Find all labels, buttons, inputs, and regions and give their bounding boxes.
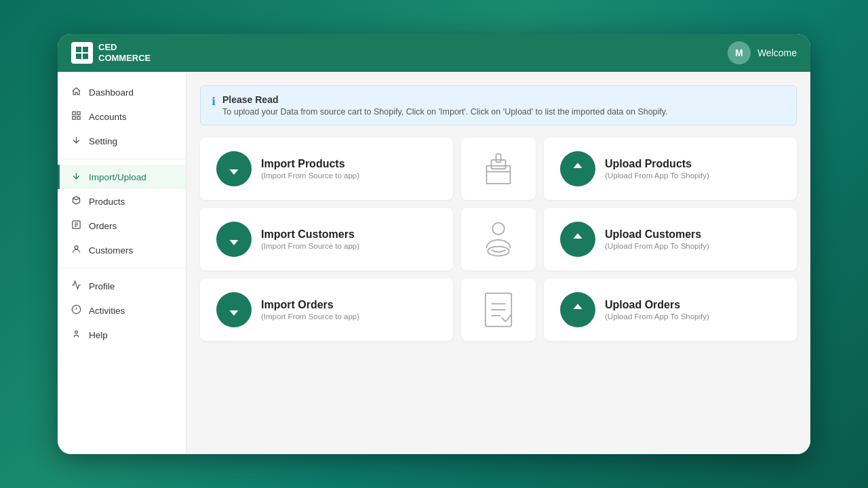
svg-point-16 xyxy=(492,223,505,235)
import-customers-sub: (Import From Source to app) xyxy=(261,242,359,250)
upload-customers-title: Upload Customers xyxy=(605,228,709,241)
import-orders-text: Import Orders (Import From Source to app… xyxy=(261,299,359,321)
svg-rect-6 xyxy=(77,117,79,119)
sidebar-item-activities[interactable]: Activities xyxy=(58,298,186,323)
svg-point-17 xyxy=(488,247,509,256)
profile-label: Profile xyxy=(89,281,115,291)
content-area: ℹ Please Read To upload your Data from s… xyxy=(186,72,810,454)
svg-point-9 xyxy=(75,246,78,249)
orders-illustration xyxy=(461,279,536,341)
header: CED COMMERCE M Welcome xyxy=(58,34,810,72)
sidebar-item-help[interactable]: Help xyxy=(58,323,186,347)
import-orders-btn xyxy=(216,292,252,327)
cards-grid: Import Products (Import From Source to a… xyxy=(200,138,797,341)
svg-point-11 xyxy=(75,331,77,333)
app-window: CED COMMERCE M Welcome Dashboard xyxy=(58,34,810,454)
upload-orders-text: Upload Orders (Upload From App To Shopif… xyxy=(605,299,709,321)
import-customers-text: Import Customers (Import From Source to … xyxy=(261,228,359,250)
import-upload-icon xyxy=(70,171,82,183)
profile-icon xyxy=(70,280,82,292)
products-label: Products xyxy=(89,197,125,207)
info-banner: ℹ Please Read To upload your Data from s… xyxy=(200,85,797,125)
main-layout: Dashboard Accounts Setting xyxy=(58,72,810,454)
customers-label: Customers xyxy=(89,245,133,256)
upload-orders-sub: (Upload From App To Shopify) xyxy=(605,312,709,321)
customers-icon xyxy=(70,244,82,256)
import-products-btn xyxy=(216,151,252,186)
logo-text: CED COMMERCE xyxy=(98,42,151,63)
sidebar: Dashboard Accounts Setting xyxy=(58,72,186,454)
upload-customers-btn xyxy=(560,222,595,257)
orders-label: Orders xyxy=(89,221,117,231)
sidebar-item-accounts[interactable]: Accounts xyxy=(58,104,186,129)
banner-text: To upload your Data from source cart to … xyxy=(222,107,668,117)
accounts-icon xyxy=(70,110,82,123)
svg-rect-3 xyxy=(83,54,88,59)
dashboard-label: Dashboard xyxy=(89,87,134,98)
upload-orders-card[interactable]: Upload Orders (Upload From App To Shopif… xyxy=(544,279,797,341)
sidebar-item-profile[interactable]: Profile xyxy=(58,274,186,298)
products-illustration xyxy=(461,138,536,200)
import-upload-label: Import/Upload xyxy=(89,172,146,182)
avatar: M xyxy=(728,41,751,64)
info-icon: ℹ xyxy=(212,95,216,108)
import-customers-title: Import Customers xyxy=(261,228,359,241)
upload-products-title: Upload Products xyxy=(605,158,709,170)
customers-illustration xyxy=(461,208,536,270)
setting-label: Setting xyxy=(89,136,117,146)
import-orders-sub: (Import From Source to app) xyxy=(261,312,359,321)
upload-products-text: Upload Products (Upload From App To Shop… xyxy=(605,158,709,180)
products-icon xyxy=(70,195,82,207)
svg-rect-2 xyxy=(76,54,81,59)
import-orders-card[interactable]: Import Orders (Import From Source to app… xyxy=(200,279,453,341)
upload-orders-btn xyxy=(560,292,595,327)
activities-icon xyxy=(70,304,82,317)
sidebar-item-customers[interactable]: Customers xyxy=(58,238,186,262)
upload-orders-title: Upload Orders xyxy=(605,299,709,311)
import-products-text: Import Products (Import From Source to a… xyxy=(261,158,359,180)
import-customers-card[interactable]: Import Customers (Import From Source to … xyxy=(200,208,453,270)
banner-title: Please Read xyxy=(222,94,668,105)
sidebar-item-setting[interactable]: Setting xyxy=(58,129,186,153)
import-customers-btn xyxy=(216,222,252,257)
logo-icon xyxy=(71,42,93,64)
welcome-text: Welcome xyxy=(757,47,797,58)
logo-area: CED COMMERCE xyxy=(71,42,151,64)
orders-icon xyxy=(70,220,82,232)
sidebar-item-products[interactable]: Products xyxy=(58,189,186,214)
sidebar-item-import-upload[interactable]: Import/Upload xyxy=(58,165,186,189)
import-products-sub: (Import From Source to app) xyxy=(261,171,359,180)
upload-products-btn xyxy=(560,151,595,186)
sidebar-divider-1 xyxy=(58,159,186,159)
svg-rect-7 xyxy=(72,117,75,119)
svg-rect-0 xyxy=(76,47,81,52)
help-label: Help xyxy=(89,330,108,340)
activities-label: Activities xyxy=(89,306,125,316)
import-products-title: Import Products xyxy=(261,158,359,170)
svg-rect-4 xyxy=(72,112,75,115)
svg-rect-13 xyxy=(492,160,506,169)
banner-content: Please Read To upload your Data from sou… xyxy=(222,94,668,117)
svg-rect-1 xyxy=(83,47,88,52)
sidebar-item-dashboard[interactable]: Dashboard xyxy=(58,80,186,104)
upload-customers-sub: (Upload From App To Shopify) xyxy=(605,242,709,250)
import-products-card[interactable]: Import Products (Import From Source to a… xyxy=(200,138,453,200)
sidebar-item-orders[interactable]: Orders xyxy=(58,214,186,238)
home-icon xyxy=(70,86,82,98)
upload-products-sub: (Upload From App To Shopify) xyxy=(605,171,709,180)
upload-customers-card[interactable]: Upload Customers (Upload From App To Sho… xyxy=(544,208,797,270)
upload-products-card[interactable]: Upload Products (Upload From App To Shop… xyxy=(544,138,797,200)
import-orders-title: Import Orders xyxy=(261,299,359,311)
svg-rect-14 xyxy=(496,154,501,162)
header-right: M Welcome xyxy=(728,41,797,64)
sidebar-divider-2 xyxy=(58,268,186,268)
accounts-label: Accounts xyxy=(89,112,127,122)
upload-customers-text: Upload Customers (Upload From App To Sho… xyxy=(605,228,709,250)
svg-rect-5 xyxy=(77,112,79,115)
setting-icon xyxy=(70,135,82,147)
help-icon xyxy=(70,329,82,341)
